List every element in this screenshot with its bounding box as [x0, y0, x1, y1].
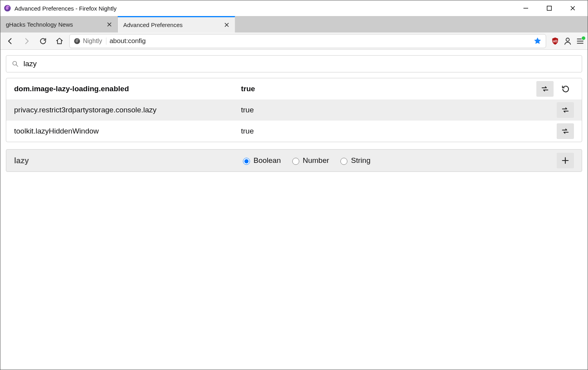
tab-label: gHacks Technology News [6, 21, 73, 28]
ublock-icon[interactable]: uO [551, 37, 559, 45]
window-title: Advanced Preferences - Firefox Nightly [14, 5, 514, 12]
identity-box[interactable]: Nightly [74, 38, 106, 45]
window: Advanced Preferences - Firefox Nightly g… [0, 0, 588, 370]
type-string-radio[interactable]: String [338, 156, 370, 165]
bookmark-star-icon[interactable] [533, 37, 542, 45]
add-pref-button[interactable] [557, 153, 574, 168]
tab-ghacks[interactable]: gHacks Technology News [0, 16, 118, 32]
pref-row[interactable]: privacy.restrict3rdpartystorage.console.… [6, 99, 582, 121]
pref-name: privacy.restrict3rdpartystorage.console.… [14, 106, 241, 114]
app-menu-button[interactable] [576, 37, 584, 45]
svg-line-16 [16, 65, 18, 67]
pref-table: dom.image-lazy-loading.enabled true priv… [6, 78, 582, 142]
url-text: about:config [110, 37, 146, 45]
about-config-content: dom.image-lazy-loading.enabled true priv… [0, 50, 588, 370]
maximize-button[interactable] [538, 0, 561, 16]
back-button[interactable] [4, 34, 17, 48]
tab-strip: gHacks Technology News Advanced Preferen… [0, 16, 588, 32]
minimize-button[interactable] [514, 0, 538, 16]
pref-name: toolkit.lazyHiddenWindow [14, 127, 241, 135]
svg-text:uO: uO [553, 39, 557, 43]
pref-value: true [241, 85, 536, 93]
svg-rect-2 [547, 6, 552, 11]
pref-search-box[interactable] [6, 55, 582, 72]
firefox-brand-icon [74, 38, 81, 45]
tab-advanced-preferences[interactable]: Advanced Preferences [118, 16, 235, 32]
new-pref-row: lazy Boolean Number String [6, 149, 582, 172]
pref-value: true [241, 127, 557, 135]
pref-value: true [241, 106, 557, 114]
tab-label: Advanced Preferences [123, 22, 183, 28]
navigation-toolbar: Nightly about:config uO [0, 32, 588, 50]
toggle-button[interactable] [557, 123, 574, 139]
forward-button[interactable] [20, 34, 33, 48]
url-bar[interactable]: Nightly about:config [69, 34, 546, 48]
reload-button[interactable] [36, 34, 50, 48]
firefox-icon [4, 4, 11, 12]
toggle-button[interactable] [557, 102, 574, 118]
pref-row[interactable]: dom.image-lazy-loading.enabled true [6, 78, 582, 99]
new-pref-name: lazy [14, 156, 241, 165]
titlebar: Advanced Preferences - Firefox Nightly [0, 0, 588, 16]
update-badge-icon [581, 36, 586, 40]
pref-search-input[interactable] [23, 59, 576, 69]
type-number-radio[interactable]: Number [290, 156, 329, 165]
home-button[interactable] [53, 34, 66, 48]
svg-point-11 [566, 38, 569, 41]
close-icon[interactable] [107, 22, 112, 27]
toggle-button[interactable] [536, 81, 554, 97]
pref-name: dom.image-lazy-loading.enabled [14, 85, 241, 93]
close-window-button[interactable] [561, 0, 584, 16]
type-boolean-radio[interactable]: Boolean [241, 156, 281, 165]
search-icon [12, 60, 19, 67]
account-icon[interactable] [563, 37, 572, 45]
identity-label: Nightly [83, 38, 102, 45]
pref-row[interactable]: toolkit.lazyHiddenWindow true [6, 121, 582, 142]
reset-button[interactable] [557, 81, 574, 97]
close-icon[interactable] [224, 22, 229, 27]
